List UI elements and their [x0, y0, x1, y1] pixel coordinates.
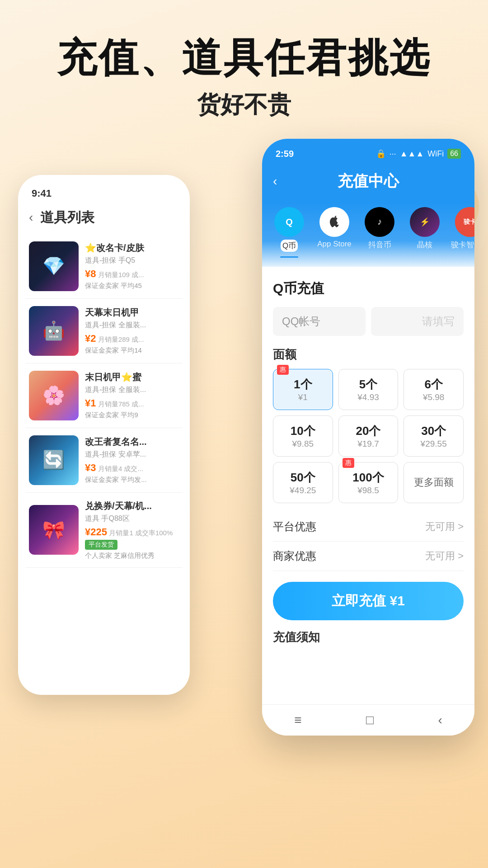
- back-phone: 9:41 ‹ 道具列表 💎 ⭐改名卡/皮肤 道具-担保 手Q5 ¥8 月销量10…: [18, 175, 190, 695]
- front-header-title: 充值中心: [338, 171, 399, 192]
- back-phone-header: ‹ 道具列表: [18, 204, 190, 234]
- back-arrow-icon[interactable]: ‹: [29, 210, 33, 225]
- tab-tiktok-label: 抖音币: [368, 240, 391, 250]
- tiktok-icon: ♪: [365, 207, 394, 237]
- charge-button[interactable]: 立即充值 ¥1: [273, 582, 464, 620]
- item-image: 🤖: [29, 306, 79, 356]
- list-item[interactable]: 💎 ⭐改名卡/皮肤 道具-担保 手Q5 ¥8 月销量109 成... 保证金卖家…: [25, 234, 183, 299]
- tab-appstore[interactable]: App Store: [316, 207, 352, 258]
- hero-title: 充值、道具任君挑选: [27, 36, 461, 80]
- tab-qq[interactable]: Q Q币: [271, 207, 307, 258]
- amount-btn-more[interactable]: 更多面额: [404, 462, 464, 503]
- merchant-promo-value: 无可用 >: [425, 549, 464, 563]
- amount-grid: 惠 1个 ¥1 5个 ¥4.93 6个 ¥5.98 10个 ¥9.85 20: [273, 369, 464, 503]
- account-input-row: QQ帐号 请填写: [273, 307, 464, 336]
- tab-junka[interactable]: 骏卡 骏卡智充卡: [452, 207, 474, 258]
- amount-btn-50[interactable]: 50个 ¥49.25: [273, 462, 333, 503]
- platform-promo-value: 无可用 >: [425, 520, 464, 533]
- svg-text:Q: Q: [286, 217, 293, 227]
- hero-subtitle: 货好不贵: [27, 89, 461, 121]
- jinghe-icon: ⚡: [410, 207, 440, 237]
- list-item[interactable]: 🔄 改王者复名名... 道具-担保 安卓苹... ¥3 月销量4 成交... 保…: [25, 428, 183, 493]
- front-status-bar: 2:59 🔒 ··· ▲▲▲ WiFi 66: [262, 139, 474, 164]
- amount-btn-30[interactable]: 30个 ¥29.55: [404, 415, 464, 457]
- tab-appstore-label: App Store: [317, 240, 352, 249]
- tab-qq-label: Q币: [281, 240, 298, 252]
- nav-back-icon[interactable]: ‹: [438, 713, 442, 727]
- account-input[interactable]: 请填写: [371, 307, 464, 336]
- platform-promo-label: 平台优惠: [273, 519, 316, 534]
- nav-home-icon[interactable]: □: [366, 713, 374, 727]
- svg-text:♪: ♪: [377, 217, 382, 226]
- notice-title: 充值须知: [273, 629, 464, 645]
- account-label: QQ帐号: [273, 307, 366, 336]
- list-item[interactable]: 🌸 末日机甲⭐蜜 道具-担保 全服装... ¥1 月销量785 成... 保证金…: [25, 363, 183, 428]
- item-image: 🌸: [29, 371, 79, 420]
- item-image: 🎀: [29, 505, 79, 555]
- front-phone: 2:59 🔒 ··· ▲▲▲ WiFi 66 ‹ 充值中心 Q: [262, 139, 474, 736]
- tab-bar: Q Q币 App Store: [262, 203, 474, 267]
- amount-btn-10[interactable]: 10个 ¥9.85: [273, 415, 333, 457]
- list-item[interactable]: 🎀 兑换券/天幕/机... 道具 手Q88区 ¥225 月销量1 成交率100%…: [25, 493, 183, 568]
- tab-jinghe[interactable]: ⚡ 晶核: [407, 207, 443, 258]
- list-item[interactable]: 🤖 天幕末日机甲 道具-担保 全服装... ¥2 月销量289 成... 保证金…: [25, 299, 183, 363]
- qq-icon: Q: [274, 207, 304, 237]
- back-phone-title: 道具列表: [40, 208, 94, 227]
- front-content: Q币充值 QQ帐号 请填写 面额 惠 1个 ¥1 5个 ¥4.93: [262, 267, 474, 658]
- item-image: 🔄: [29, 435, 79, 485]
- amount-btn-1[interactable]: 惠 1个 ¥1: [273, 369, 333, 410]
- front-header: ‹ 充值中心: [262, 164, 474, 203]
- hero-section: 充值、道具任君挑选 货好不贵: [0, 0, 488, 139]
- item-image: 💎: [29, 241, 79, 291]
- back-phone-status: 9:41: [18, 175, 190, 204]
- section-title: Q币充值: [273, 279, 464, 298]
- apple-icon: [319, 207, 349, 237]
- amount-btn-20[interactable]: 20个 ¥19.7: [338, 415, 399, 457]
- item-list: 💎 ⭐改名卡/皮肤 道具-担保 手Q5 ¥8 月销量109 成... 保证金卖家…: [18, 234, 190, 568]
- amount-label: 面额: [273, 347, 464, 363]
- bottom-nav: ≡ □ ‹: [262, 704, 474, 736]
- merchant-promo-label: 商家优惠: [273, 549, 316, 563]
- phones-container: 9:41 ‹ 道具列表 💎 ⭐改名卡/皮肤 道具-担保 手Q5 ¥8 月销量10…: [0, 139, 488, 749]
- amount-btn-6[interactable]: 6个 ¥5.98: [404, 369, 464, 410]
- junka-icon: 骏卡: [455, 207, 474, 237]
- nav-menu-icon[interactable]: ≡: [294, 713, 301, 727]
- amount-btn-100[interactable]: 惠 100个 ¥98.5: [338, 462, 399, 503]
- tab-tiktok[interactable]: ♪ 抖音币: [361, 207, 398, 258]
- tab-jinghe-label: 晶核: [417, 240, 432, 250]
- front-back-arrow-icon[interactable]: ‹: [273, 174, 277, 189]
- tab-junka-label: 骏卡智充卡: [451, 240, 475, 250]
- platform-promo-row[interactable]: 平台优惠 无可用 >: [273, 512, 464, 542]
- merchant-promo-row[interactable]: 商家优惠 无可用 >: [273, 542, 464, 571]
- amount-btn-5[interactable]: 5个 ¥4.93: [338, 369, 399, 410]
